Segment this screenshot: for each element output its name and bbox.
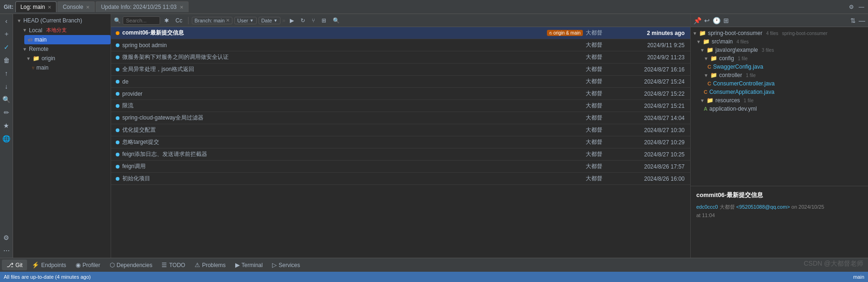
history-icon[interactable]: 🕐 [713,17,721,24]
ft-root-count: 4 files [766,31,778,36]
toolbar-asterisk-btn[interactable]: ✱ [162,16,171,25]
ft-controller[interactable]: ▼ 📁 controller 1 file [702,71,868,79]
ft-app-dev-yml[interactable]: A application-dev.yml [702,105,868,113]
globe-icon[interactable]: 🌐 [1,134,12,144]
ft-resources[interactable]: ▼ 📁 resources 1 file [698,96,868,105]
commit-date-3: 2024/8/27 16:16 [623,66,688,73]
settings-icon[interactable]: ⚙ [849,4,854,10]
commit-row-11[interactable]: feign调用 大都督 2024/8/26 17:57 [111,161,690,173]
branch-origin-main[interactable]: ⑂ main [28,63,111,72]
search-icon[interactable]: 🔍 [1,94,12,105]
tab-services[interactable]: ▷ Services [267,260,305,270]
ft-java-label: java\org\example [715,47,758,53]
folder-icon: 📁 [33,55,40,62]
ft-config[interactable]: ▼ 📁 config 1 file [702,54,868,63]
expand-icon[interactable]: ⋯ [1,246,12,256]
commit-row-4[interactable]: de 大都督 2024/8/27 15:24 [111,76,690,88]
tab-console[interactable]: Console ✕ [57,1,95,12]
ft-controller-folder-icon: 📁 [710,72,717,78]
branch-filter[interactable]: Branch: main ✕ [192,17,233,24]
tab-console-label: Console [63,4,83,10]
title-bar: Git: Log: main ✕ Console ✕ Update Info: … [0,0,868,14]
sort-icon[interactable]: ⇅ [850,17,856,24]
undo-icon[interactable]: ↩ [704,17,710,24]
bottom-bar: ⎇ Git ⚡ Endpoints ◉ Profiler ⬡ Dependenc… [0,258,868,272]
user-filter-chevron: ▼ [250,18,254,23]
close-tab-log-icon[interactable]: ✕ [48,5,51,10]
collapse-icon[interactable]: — [859,17,865,24]
tab-log-main[interactable]: Log: main ✕ [15,1,57,12]
ft-java[interactable]: ▼ 📁 java\org\example 3 files [698,46,868,54]
commit-row-3[interactable]: 全局异常处理，json格式返回 大都督 2024/8/27 16:16 [111,63,690,76]
refresh-btn[interactable]: ↻ [298,16,308,25]
date-filter[interactable]: Date ▼ [259,17,280,24]
tab-dependencies[interactable]: ⬡ Dependencies [105,260,157,270]
tab-git[interactable]: ⎇ Git [2,260,27,270]
ft-consumer-controller[interactable]: C ConsumerController.java [706,79,868,88]
tab-endpoints[interactable]: ⚡ Endpoints [27,260,70,270]
commit-row-1[interactable]: spring boot admin 大都督 2024/9/11 9:25 [111,39,690,51]
branch-remote[interactable]: ▼ Remote [19,44,111,54]
commit-row-0[interactable]: commit06-最新提交信息 ⎋ origin & main 大都督 2 mi… [111,27,690,39]
gear-icon[interactable]: ⚙ [1,233,12,243]
branch-list: ▼ HEAD (Current Branch) ▼ Local 本地分支 🏷 m… [13,14,111,258]
branch-origin[interactable]: ▼ 📁 origin [22,54,111,63]
main-content: ‹ ＋ ✓ 🗑 ↑ ↓ 🔍 ✏ ★ 🌐 ⚙ ⋯ ▼ HEAD (Current … [0,14,868,258]
branch-main[interactable]: 🏷 main [24,35,111,44]
branch-head[interactable]: ▼ HEAD (Current Branch) [13,16,111,25]
commit-date-5: 2024/8/27 15:22 [623,91,688,97]
commit-date-2: 2024/9/2 11:23 [623,54,688,61]
commit-msg-9: 忽略target提交 [122,138,586,146]
branch-local[interactable]: ▼ Local 本地分支 [19,25,111,35]
tab-profiler[interactable]: ◉ Profiler [71,260,105,270]
search-btn[interactable]: 🔍 [330,16,342,25]
close-tab-update-icon[interactable]: ✕ [180,5,183,10]
user-filter[interactable]: User ▼ [234,17,256,24]
origin-main-label: main [36,64,49,71]
commit-log: 🔍 ✱ Cc Branch: main ✕ User ▼ Date ▼ » ▶ … [111,14,691,258]
tab-todo[interactable]: ☰ TODO [157,260,189,270]
minimize-icon[interactable]: — [859,4,864,10]
tab-problems[interactable]: ⚠ Problems [190,260,231,270]
commit-row-7[interactable]: spring-cloud-gateway全局过滤器 大都督 2024/8/27 … [111,112,690,124]
commit-date-0: 2 minutes ago [623,30,688,36]
ft-config-label: config [719,55,734,62]
commit-row-10[interactable]: feign添加日志、发送请求前拦截器 大都督 2024/8/27 10:25 [111,148,690,161]
commit-row-9[interactable]: 忽略target提交 大都督 2024/8/27 10:29 [111,136,690,148]
git-tab-label: Git [15,262,22,268]
merge-btn[interactable]: ⊞ [319,16,329,25]
commit-row-5[interactable]: provider 大都督 2024/8/27 15:22 [111,88,690,100]
ft-root[interactable]: ▼ 📁 spring-boot-consumer 4 files spring-… [691,29,868,37]
close-tab-console-icon[interactable]: ✕ [86,5,90,10]
star-icon[interactable]: ★ [1,120,12,131]
tab-terminal[interactable]: ▶ Terminal [231,260,267,270]
ft-swagger-config[interactable]: C SwaggerConfig.java [706,63,868,71]
tab-log-main-label: Log: main [21,4,45,10]
arrow-down-icon[interactable]: ↓ [1,81,12,92]
commit-row-8[interactable]: 优化提交配置 大都督 2024/8/27 10:30 [111,124,690,136]
nav-left-icon[interactable]: ‹ [1,16,12,26]
problems-tab-label: Problems [202,262,226,268]
add-icon[interactable]: ＋ [1,29,12,39]
edit-icon[interactable]: ✏ [1,107,12,118]
ft-consumer-app[interactable]: C ConsumerApplication.java [702,88,868,96]
commit-row-2[interactable]: 微服务架构下对服务之间的调用做安全认证 大都督 2024/9/2 11:23 [111,51,690,63]
commit-row-12[interactable]: 初始化项目 大都督 2024/8/26 16:00 [111,173,690,185]
play-btn[interactable]: ▶ [287,16,296,25]
commit-author-1: 大都督 [586,41,623,49]
ft-srcmain-folder-icon: 📁 [703,38,710,45]
commit-msg-0: commit06-最新提交信息 [122,29,547,37]
delete-icon[interactable]: 🗑 [1,55,12,65]
commit-row-6[interactable]: 限流 大都督 2024/8/27 15:21 [111,100,690,112]
commit-search-input[interactable] [123,16,160,25]
tab-update-info[interactable]: Update Info: 2024/10/25 11:03 ✕ [96,1,188,12]
check-icon[interactable]: ✓ [1,42,12,52]
branch-icon-btn[interactable]: ⑂ [309,16,317,25]
ft-srcmain[interactable]: ▼ 📁 src\main 4 files [694,37,868,46]
pin-icon[interactable]: 📌 [693,17,701,24]
commit-detail-title: commit06-最新提交信息 [696,191,862,199]
layout-icon[interactable]: ⊞ [723,17,729,24]
toolbar-cc-btn[interactable]: Cc [173,16,185,25]
branch-close-icon[interactable]: ✕ [226,18,230,23]
arrow-up-icon[interactable]: ↑ [1,68,12,78]
